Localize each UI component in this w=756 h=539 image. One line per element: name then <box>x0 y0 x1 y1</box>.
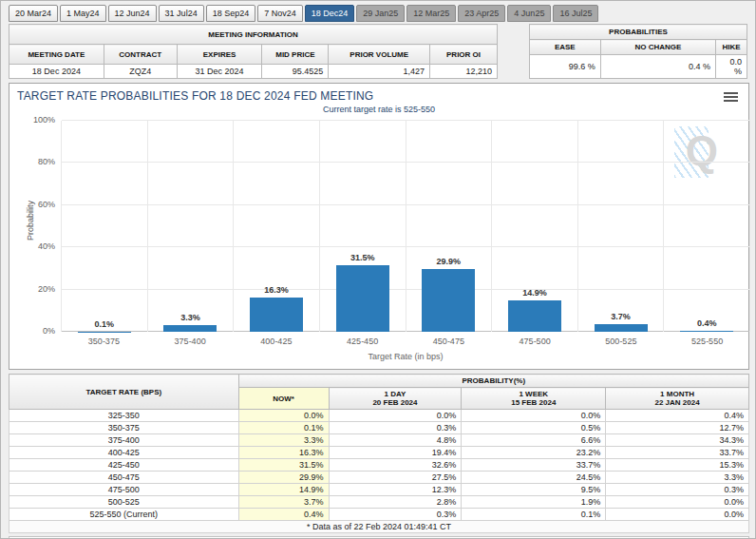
data-label-500-525: 3.7% <box>578 312 664 321</box>
hike-value: 0.0 % <box>716 55 747 79</box>
bar-500-525[interactable] <box>595 324 648 332</box>
bar-375-400[interactable] <box>163 325 217 332</box>
tab-20-mar24[interactable]: 20 Mar24 <box>9 5 58 22</box>
cell-350-375-day: 0.3% <box>329 422 462 434</box>
col-header-meeting-date: MEETING DATE <box>9 45 104 65</box>
chart-menu-icon[interactable] <box>724 92 738 102</box>
bar-525-550[interactable] <box>680 331 733 332</box>
chart-panel: TARGET RATE PROBABILITIES FOR 18 DEC 202… <box>9 83 749 370</box>
y-tick-20: 20% <box>38 284 55 294</box>
probabilities-summary-table: PROBABILITIES EASE NO CHANGE HIKE 99.6 %… <box>529 24 747 79</box>
table-row-425-450: 425-45031.5%32.6%33.7%15.3% <box>9 459 749 472</box>
col-header-prior-oi: PRIOR OI <box>430 45 498 65</box>
rate-column-header: TARGET RATE (BPS) <box>9 375 239 410</box>
cell-450-475-month: 3.3% <box>606 472 749 484</box>
cell-425-450-week: 33.7% <box>462 459 606 472</box>
cell-475-500-rate: 475-500 <box>9 484 239 496</box>
ease-value: 99.6 % <box>530 55 601 79</box>
mid-price-value: 95.4525 <box>262 65 329 79</box>
bar-450-475[interactable] <box>422 269 475 332</box>
chart-subtitle: Current target rate is 525-550 <box>17 105 741 114</box>
cell-325-350-month: 0.4% <box>606 410 749 422</box>
col-header-now: NOW* <box>238 388 329 410</box>
x-tick-500-525: 500-525 <box>578 337 665 346</box>
data-label-475-500: 14.9% <box>492 288 577 298</box>
chart-area: Probability 0%20%40%60%80%100% Q 0.1%3.3… <box>17 117 741 366</box>
table-row-350-375: 350-3750.1%0.3%0.5%12.7% <box>9 422 749 434</box>
col-header-prior-volume: PRIOR VOLUME <box>329 45 430 65</box>
cell-450-475-now: 29.9% <box>238 472 329 484</box>
tab-12-jun24[interactable]: 12 Jun24 <box>108 5 157 22</box>
x-tick-375-400: 375-400 <box>147 337 234 346</box>
cell-450-475-rate: 450-475 <box>9 472 239 484</box>
cell-525-550-current-month: 0.0% <box>606 509 749 521</box>
col-header-hike: HIKE <box>716 40 747 55</box>
x-axis-title: Target Rate (in bps) <box>61 352 750 361</box>
col-header-expires: EXPIRES <box>177 45 262 65</box>
tab-18-dec24[interactable]: 18 Dec24 <box>305 5 355 22</box>
x-axis-ticks: 350-375375-400400-425425-450450-475475-5… <box>61 337 750 346</box>
table-row-450-475: 450-47529.9%27.5%24.5%3.3% <box>9 472 749 484</box>
cell-325-350-rate: 325-350 <box>9 410 239 422</box>
meeting-info-title: MEETING INFORMATION <box>9 25 498 45</box>
cell-450-475-week: 24.5% <box>462 472 606 484</box>
no-change-value: 0.4 % <box>600 55 715 79</box>
data-as-of-note: * Data as of 22 Feb 2024 01:49:41 CT <box>9 521 749 533</box>
y-tick-0: 0% <box>43 326 55 336</box>
col-header-no-change: NO CHANGE <box>600 40 715 55</box>
bar-425-450[interactable] <box>336 265 389 332</box>
cell-400-425-day: 19.4% <box>329 447 462 459</box>
cell-500-525-week: 1.9% <box>462 496 606 509</box>
x-tick-425-450: 425-450 <box>319 337 406 346</box>
plot-area: Q 0.1%3.3%16.3%31.5%29.9%14.9%3.7%0.4% <box>61 121 750 332</box>
category-500-525: 3.7% <box>578 121 665 332</box>
category-375-400: 3.3% <box>148 121 235 332</box>
table-row-400-425: 400-42516.3%19.4%23.2%33.7% <box>9 447 749 459</box>
bar-400-425[interactable] <box>250 298 303 332</box>
table-row-475-500: 475-50014.9%12.3%9.5%0.3% <box>9 484 749 496</box>
meeting-info-table: MEETING INFORMATION MEETING DATE CONTRAC… <box>9 24 498 79</box>
col-header-1-month: 1 MONTH22 JAN 2024 <box>606 388 749 410</box>
cell-400-425-week: 23.2% <box>462 447 606 459</box>
col-header-1-day: 1 DAY20 FEB 2024 <box>329 388 462 410</box>
cell-475-500-now: 14.9% <box>238 484 329 496</box>
tab-12-mar25[interactable]: 12 Mar25 <box>406 5 456 22</box>
cell-375-400-now: 3.3% <box>238 434 329 447</box>
tab-4-jun25[interactable]: 4 Jun25 <box>507 5 551 22</box>
cell-325-350-day: 0.0% <box>329 410 462 422</box>
tab-31-jul24[interactable]: 31 Jul24 <box>159 5 204 22</box>
col-header-1-week: 1 WEEK15 FEB 2024 <box>462 388 606 410</box>
col-header-ease: EASE <box>530 40 601 55</box>
x-tick-525-550: 525-550 <box>664 337 750 346</box>
table-row-525-550-current: 525-550 (Current)0.4%0.3%0.1%0.0% <box>9 509 749 521</box>
tab-1-may24[interactable]: 1 May24 <box>60 5 106 22</box>
table-row-375-400: 375-4003.3%4.8%6.6%34.3% <box>9 434 749 447</box>
prior-volume-value: 1,427 <box>329 65 430 79</box>
col-header-contract: CONTRACT <box>104 45 177 65</box>
expires-value: 31 Dec 2024 <box>177 65 262 79</box>
tab-18-sep24[interactable]: 18 Sep24 <box>206 5 256 22</box>
cell-425-450-now: 31.5% <box>238 459 329 472</box>
table-row-325-350: 325-3500.0%0.0%0.0%0.4% <box>9 410 749 422</box>
cell-500-525-now: 3.7% <box>238 496 329 509</box>
cell-500-525-month: 0.0% <box>606 496 749 509</box>
bar-475-500[interactable] <box>508 300 561 332</box>
cell-525-550-current-now: 0.4% <box>238 509 329 521</box>
tab-16-jul25[interactable]: 16 Jul25 <box>553 5 598 22</box>
tab-29-jan25[interactable]: 29 Jan25 <box>356 5 405 22</box>
data-label-450-475: 29.9% <box>406 257 492 266</box>
chart-title: TARGET RATE PROBABILITIES FOR 18 DEC 202… <box>17 89 741 103</box>
cell-525-550-current-day: 0.3% <box>329 509 462 521</box>
meeting-date-value: 18 Dec 2024 <box>9 65 104 79</box>
category-450-475: 29.9% <box>406 121 493 332</box>
tab-7-nov24[interactable]: 7 Nov24 <box>257 5 303 22</box>
cell-400-425-now: 16.3% <box>238 447 329 459</box>
y-tick-40: 40% <box>38 241 55 251</box>
tab-23-apr25[interactable]: 23 Apr25 <box>458 5 505 22</box>
cell-450-475-day: 27.5% <box>329 472 462 484</box>
category-475-500: 14.9% <box>492 121 578 332</box>
cell-350-375-week: 0.5% <box>462 422 606 434</box>
category-425-450: 31.5% <box>320 121 406 332</box>
table-row-500-525: 500-5253.7%2.8%1.9%0.0% <box>9 496 749 509</box>
cell-375-400-day: 4.8% <box>329 434 462 447</box>
